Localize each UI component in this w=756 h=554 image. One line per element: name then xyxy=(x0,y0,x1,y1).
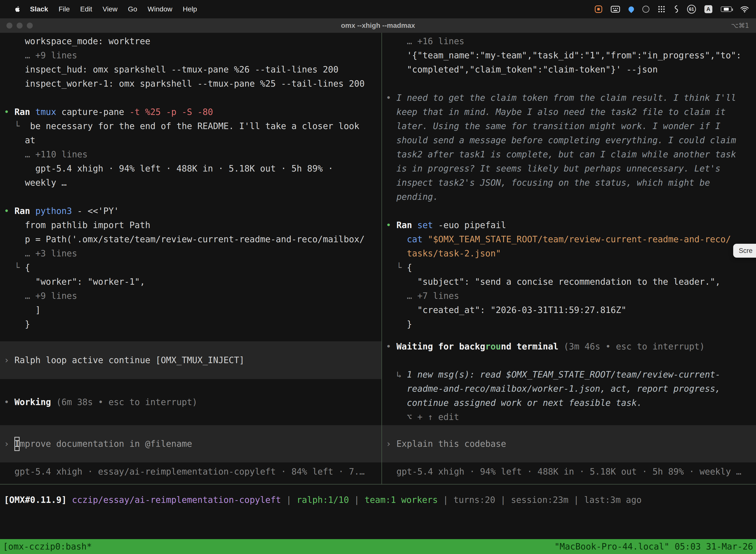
right-composer[interactable]: › Explain this codebase xyxy=(382,425,756,462)
menu-edit[interactable]: Edit xyxy=(75,5,97,13)
menubar-status-icons: 61 A xyxy=(595,5,756,14)
menu-app-name[interactable]: Slack xyxy=(25,5,53,13)
terminal-line: is in progress? It seems likely but perh… xyxy=(386,162,756,176)
working-status: • Working (6m 38s • esc to interrupt) xyxy=(4,395,381,409)
terminal-line: └ be necessary for the end of the README… xyxy=(4,119,381,133)
terminal-line xyxy=(386,77,756,91)
tmux-host-time: "MacBook-Pro-44.local" 05:03 31-Mar-26 xyxy=(554,542,753,552)
battery-fill xyxy=(724,8,729,11)
right-pane[interactable]: … +16 lines '{"team_name":"my-team","tas… xyxy=(382,33,756,484)
terminal-line: gpt-5.4 xhigh · essay/ai-reimplementatio… xyxy=(4,465,381,479)
close-button[interactable] xyxy=(6,22,12,29)
terminal-line: ] xyxy=(4,303,381,317)
right-pane-footer: gpt-5.4 xhigh · 94% left · 488K in · 5.1… xyxy=(386,465,756,479)
menu-file[interactable]: File xyxy=(53,5,75,13)
minimize-button[interactable] xyxy=(17,22,22,29)
battery-icon[interactable] xyxy=(721,6,732,12)
terminal-line: • Working (6m 38s • esc to interrupt) xyxy=(4,395,381,409)
terminal-line: from pathlib import Path xyxy=(4,218,381,232)
terminal-line: workspace_mode: worktree xyxy=(4,34,381,48)
terminal-line: '{"team_name":"my-team","task_id":"1","f… xyxy=(386,48,756,63)
right-composer-text: › Explain this codebase xyxy=(382,437,756,451)
app-grid-icon[interactable] xyxy=(658,5,665,13)
pane-divider-vertical[interactable] xyxy=(381,33,382,484)
terminal-line: p = Path('.omx/state/team/review-current… xyxy=(4,232,381,246)
omx-status-line: [OMX#0.11.9] cczip/essay/ai-reimplementa… xyxy=(4,493,756,507)
terminal-line: task2 after task1 is complete, but can I… xyxy=(386,148,756,162)
terminal-line: └ { xyxy=(4,261,381,275)
terminal-line: • I need to get the claim token from the… xyxy=(386,91,756,105)
terminal-line: › Ralph loop active continue [OMX_TMUX_I… xyxy=(4,353,381,367)
terminal-line: … +9 lines xyxy=(4,48,381,63)
menu-window[interactable]: Window xyxy=(142,5,178,13)
terminal-line: • Ran tmux capture-pane -t %25 -p -S -80 xyxy=(4,105,381,119)
window-title-bar: omx --xhigh --madmax ⌥⌘1 xyxy=(0,18,756,33)
terminal-line: … +9 lines xyxy=(4,289,381,303)
inject-banner-text: › Ralph loop active continue [OMX_TMUX_I… xyxy=(0,353,381,367)
terminal-line: pending. xyxy=(386,190,756,204)
tmux-session-label: [omx-cczip0:bash* xyxy=(3,542,92,552)
terminal-line: inspect task2's JSON, focusing on the st… xyxy=(386,176,756,190)
window-shortcut-hint: ⌥⌘1 xyxy=(731,22,749,29)
terminal-line: • Ran python3 - <<'PY' xyxy=(4,204,381,218)
input-source-icon[interactable]: A xyxy=(704,5,712,13)
droplet-icon[interactable] xyxy=(627,5,635,13)
input-source-letter: A xyxy=(706,6,710,12)
terminal-line: • Ran set -euo pipefail xyxy=(386,218,756,232)
terminal-line xyxy=(4,91,381,105)
terminal-line: should send a message before completing … xyxy=(386,133,756,148)
terminal-line: } xyxy=(4,317,381,331)
apple-menu-icon[interactable] xyxy=(10,6,25,12)
terminal-line: tasks/task-2.json" xyxy=(386,246,756,261)
left-pane-output: workspace_mode: worktree … +9 lines insp… xyxy=(4,34,381,331)
terminal-line: … +16 lines xyxy=(386,34,756,48)
terminal-line: └ { xyxy=(386,261,756,275)
terminal-line: … +7 lines xyxy=(386,289,756,303)
hook-utility-icon[interactable] xyxy=(674,5,679,13)
menu-view[interactable]: View xyxy=(98,5,123,13)
ghost-app-icon[interactable] xyxy=(642,6,649,13)
screen-overlay-button[interactable]: Scre xyxy=(733,244,756,258)
terminal-line: › Explain this codebase xyxy=(386,437,756,451)
keyboard-icon[interactable] xyxy=(611,6,620,13)
menu-bar: Slack File Edit View Go Window Help xyxy=(0,0,756,18)
terminal-line: at xyxy=(4,133,381,148)
left-pane[interactable]: workspace_mode: worktree … +9 lines insp… xyxy=(0,33,381,484)
tmux-status-bar: [omx-cczip0:bash* "MacBook-Pro-44.local"… xyxy=(0,539,756,554)
terminal-line: … +110 lines xyxy=(4,148,381,162)
terminal-line: … +3 lines xyxy=(4,246,381,261)
terminal-line: "subject": "send a concise recommendatio… xyxy=(386,275,756,289)
screen-recording-indicator-icon[interactable] xyxy=(595,5,602,13)
pane-divider-horizontal xyxy=(0,484,756,485)
waiting-status: • Waiting for background terminal (3m 46… xyxy=(386,340,756,354)
right-pane-output: … +16 lines '{"team_name":"my-team","tas… xyxy=(386,34,756,331)
terminal-line: readme-and-reco/mailbox/worker-1.json, a… xyxy=(386,382,756,396)
zoom-button[interactable] xyxy=(27,22,33,29)
terminal-line: cat "$OMX_TEAM_STATE_ROOT/team/review-cu… xyxy=(386,232,756,246)
menu-go[interactable]: Go xyxy=(123,5,142,13)
left-pane-footer: gpt-5.4 xhigh · essay/ai-reimplementatio… xyxy=(4,465,381,479)
terminal-line: } xyxy=(386,317,756,331)
terminal-line: • Waiting for background terminal (3m 46… xyxy=(386,340,756,354)
left-composer-text: › Improve documentation in @filename xyxy=(0,437,381,451)
terminal-window: workspace_mode: worktree … +9 lines insp… xyxy=(0,33,756,554)
battery-percent-badge[interactable]: 61 xyxy=(687,5,696,14)
terminal-line: keep that in mind. Maybe I also need the… xyxy=(386,105,756,119)
terminal-line xyxy=(386,204,756,218)
terminal-line: ⌥ + ↑ edit xyxy=(386,410,756,424)
traffic-lights xyxy=(6,22,33,29)
terminal-line: gpt-5.4 xhigh · 94% left · 488K in · 5.1… xyxy=(386,465,756,479)
terminal-line: "worker": "worker-1", xyxy=(4,275,381,289)
inject-banner: › Ralph loop active continue [OMX_TMUX_I… xyxy=(0,341,381,379)
menu-help[interactable]: Help xyxy=(178,5,202,13)
terminal-line: › Improve documentation in @filename xyxy=(4,437,381,451)
terminal-line: [OMX#0.11.9] cczip/essay/ai-reimplementa… xyxy=(4,493,756,507)
battery-percent-value: 61 xyxy=(689,7,694,12)
terminal-line: ↳ 1 new msg(s): read $OMX_TEAM_STATE_ROO… xyxy=(386,368,756,382)
wifi-icon[interactable] xyxy=(740,6,749,13)
terminal-line: gpt-5.4 xhigh · 94% left · 488K in · 5.1… xyxy=(4,162,381,176)
terminal-line: "completed","claim_token":"claim-token"}… xyxy=(386,63,756,77)
left-composer[interactable]: › Improve documentation in @filename xyxy=(0,425,381,462)
terminal-line: "created_at": "2026-03-31T11:59:27.816Z" xyxy=(386,303,756,317)
terminal-line: later. Using the same for transition mig… xyxy=(386,119,756,133)
